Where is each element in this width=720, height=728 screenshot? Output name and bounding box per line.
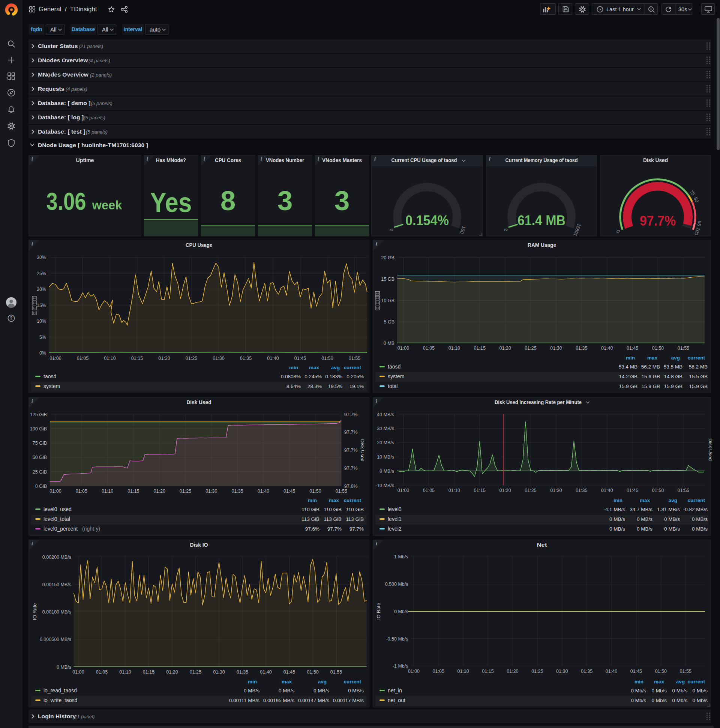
svg-text:01:00: 01:00 [49, 356, 61, 361]
svg-text:01:25: 01:25 [180, 489, 191, 494]
svg-text:01:45: 01:45 [284, 489, 295, 494]
svg-text:01:55: 01:55 [680, 669, 691, 674]
svg-text:01:50: 01:50 [652, 346, 664, 351]
svg-text:01:35: 01:35 [231, 489, 243, 494]
svg-text:30%: 30% [37, 255, 46, 260]
svg-text:53.5 MB: 53.5 MB [664, 364, 682, 370]
svg-text:0 MB/s: 0 MB/s [664, 516, 680, 522]
svg-text:01:35: 01:35 [236, 670, 248, 675]
svg-text:19.1%: 19.1% [349, 384, 364, 389]
svg-text:current: current [687, 498, 705, 503]
svg-text:8.64%: 8.64% [287, 384, 301, 389]
svg-text:0.154%: 0.154% [405, 213, 449, 228]
svg-text:0 MB/s: 0 MB/s [348, 688, 364, 693]
svg-text:01:15: 01:15 [143, 670, 154, 675]
svg-text:system: system [388, 373, 404, 379]
svg-text:01:45: 01:45 [284, 670, 295, 675]
svg-text:20 GB: 20 GB [381, 255, 395, 260]
svg-text:current: current [343, 498, 361, 503]
svg-text:0.205%: 0.205% [346, 374, 364, 379]
svg-text:0.500 Mb/s: 0.500 Mb/s [385, 582, 408, 587]
svg-text:io_write_taosd: io_write_taosd [44, 697, 77, 703]
svg-text:97.7%: 97.7% [327, 526, 342, 532]
svg-text:-4.1 MB/s: -4.1 MB/s [603, 506, 625, 512]
svg-text:0 MB/s: 0 MB/s [692, 516, 708, 522]
svg-text:0 MB/s: 0 MB/s [56, 665, 71, 670]
svg-text:level0_used: level0_used [44, 506, 72, 512]
svg-text:01:50: 01:50 [655, 669, 667, 674]
svg-text:-1 Mb/s: -1 Mb/s [393, 664, 408, 669]
svg-text:01:20: 01:20 [166, 670, 178, 675]
svg-text:taosd: taosd [44, 373, 56, 379]
svg-text:0 Mb/s: 0 Mb/s [394, 609, 408, 614]
svg-text:01:00: 01:00 [398, 346, 409, 351]
svg-text:01:00: 01:00 [49, 489, 61, 494]
svg-text:113 GiB: 113 GiB [346, 516, 364, 522]
svg-text:3.06: 3.06 [46, 188, 86, 215]
svg-text:0.00100 MB/s: 0.00100 MB/s [43, 609, 71, 615]
svg-text:01:10: 01:10 [104, 356, 116, 361]
svg-text:01:45: 01:45 [627, 346, 638, 351]
svg-text:0: 0 [389, 228, 395, 232]
svg-text:0: 0 [503, 228, 509, 232]
svg-text:01:00: 01:00 [72, 670, 84, 675]
svg-text:01:30: 01:30 [550, 346, 562, 351]
svg-text:system: system [44, 383, 60, 389]
svg-text:01:20: 01:20 [154, 489, 165, 494]
svg-text:15.6 GB: 15.6 GB [641, 374, 660, 379]
svg-text:20%: 20% [37, 287, 46, 292]
svg-text:0.00111 MB/s: 0.00111 MB/s [229, 697, 260, 703]
svg-text:Yes: Yes [150, 187, 192, 218]
svg-text:0 GiB: 0 GiB [35, 484, 47, 489]
svg-text:14.8 GB: 14.8 GB [664, 374, 682, 379]
svg-text:01:35: 01:35 [576, 488, 587, 493]
svg-text:net_out: net_out [388, 697, 405, 703]
svg-text:97.7%: 97.7% [344, 448, 357, 453]
svg-text:8: 8 [221, 185, 236, 216]
svg-text:Uptime: Uptime [76, 157, 94, 163]
svg-text:01:10: 01:10 [102, 489, 113, 494]
svg-text:01:40: 01:40 [267, 356, 279, 361]
svg-text:01:40: 01:40 [601, 346, 613, 351]
svg-text:01:10: 01:10 [119, 670, 131, 675]
svg-text:01:40: 01:40 [260, 670, 272, 675]
svg-text:current: current [343, 365, 361, 370]
svg-text:5 GB: 5 GB [384, 319, 395, 324]
svg-text:CPU Usage: CPU Usage [186, 242, 212, 248]
svg-text:0 MB/s: 0 MB/s [314, 688, 329, 693]
svg-text:01:25: 01:25 [531, 669, 543, 674]
svg-text:1 Mb/s: 1 Mb/s [394, 554, 408, 560]
svg-text:10%: 10% [37, 318, 46, 324]
svg-text:01:50: 01:50 [652, 488, 664, 493]
svg-text:0 MB/s: 0 MB/s [637, 516, 653, 522]
svg-text:01:25: 01:25 [190, 670, 201, 675]
svg-text:01:00: 01:00 [408, 669, 419, 674]
svg-text:10 MB/s: 10 MB/s [377, 454, 394, 460]
svg-text:01:15: 01:15 [474, 346, 486, 351]
svg-text:100: 100 [693, 227, 701, 236]
svg-text:0.00117 MB/s: 0.00117 MB/s [333, 697, 364, 703]
svg-text:0.00150 MB/s: 0.00150 MB/s [43, 582, 71, 587]
svg-text:0 MB/s: 0 MB/s [609, 516, 625, 522]
svg-text:min: min [635, 679, 644, 684]
svg-text:30 MB/s: 30 MB/s [377, 426, 394, 431]
svg-text:current: current [687, 355, 705, 361]
svg-text:01:40: 01:40 [606, 669, 617, 674]
svg-text:level0_total: level0_total [44, 516, 70, 522]
svg-text:100: 100 [459, 225, 467, 234]
svg-text:95: 95 [696, 221, 702, 227]
svg-text:0 MB/s: 0 MB/s [279, 688, 294, 693]
svg-text:taosd: taosd [388, 364, 401, 370]
svg-text:113 GiB: 113 GiB [323, 516, 342, 522]
svg-text:0.00200 MB/s: 0.00200 MB/s [43, 555, 71, 560]
svg-text:0 Mb/s: 0 Mb/s [631, 697, 646, 703]
svg-text:01:20: 01:20 [499, 488, 511, 493]
svg-text:max: max [647, 355, 658, 361]
svg-text:28.3%: 28.3% [308, 384, 322, 389]
svg-text:01:15: 01:15 [128, 489, 139, 494]
svg-text:97.7%: 97.7% [349, 526, 364, 532]
svg-text:level1: level1 [388, 516, 402, 522]
svg-text:15%: 15% [37, 303, 46, 308]
svg-text:01:30: 01:30 [213, 356, 224, 361]
svg-text:125 GiB: 125 GiB [30, 412, 47, 417]
